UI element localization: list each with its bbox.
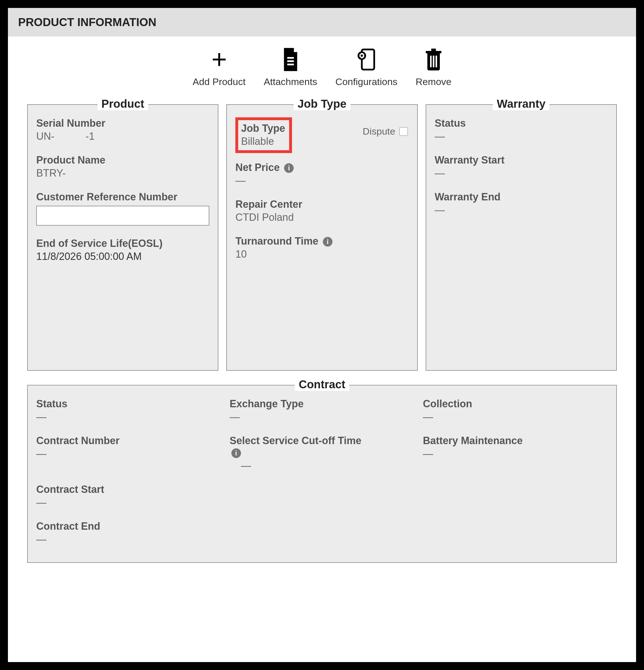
add-product-button[interactable]: Add Product	[193, 47, 246, 87]
warranty-end-label: Warranty End	[435, 191, 608, 203]
warranty-panel: Warranty Status — Warranty Start — Warra…	[426, 104, 617, 371]
collection-value: —	[423, 411, 608, 423]
svg-rect-7	[431, 49, 436, 51]
product-name-value: BTRY-	[36, 167, 209, 179]
turnaround-label: Turnaround Time i	[235, 235, 408, 247]
configurations-label: Configurations	[335, 76, 397, 87]
svg-rect-10	[436, 56, 437, 67]
contract-end-label: Contract End	[36, 520, 221, 532]
battery-maintenance-value: —	[423, 448, 608, 460]
net-price-value: —	[235, 175, 408, 187]
contract-panel: Contract Status — Exchange Type — Collec…	[27, 385, 617, 563]
contract-number-value: —	[36, 448, 221, 460]
section-header: PRODUCT INFORMATION	[8, 8, 636, 37]
repair-center-label: Repair Center	[235, 198, 408, 210]
contract-status-label: Status	[36, 398, 221, 410]
plus-icon	[208, 47, 230, 72]
exchange-type-label: Exchange Type	[230, 398, 415, 410]
remove-button[interactable]: Remove	[415, 47, 451, 87]
svg-rect-8	[430, 56, 431, 67]
svg-rect-2	[287, 64, 294, 66]
warranty-start-value: —	[435, 167, 608, 179]
attachments-button[interactable]: Attachments	[264, 47, 317, 87]
svg-rect-6	[426, 51, 441, 53]
remove-label: Remove	[415, 76, 451, 87]
warranty-end-value: —	[435, 204, 608, 216]
contract-end-value: —	[36, 533, 221, 545]
dispute-label: Dispute	[362, 126, 395, 137]
contract-number-label: Contract Number	[36, 435, 221, 447]
info-icon[interactable]: i	[231, 448, 241, 458]
job-type-highlight: Job Type Billable	[235, 117, 292, 153]
trash-icon	[424, 47, 443, 72]
exchange-type-value: —	[230, 411, 415, 423]
warranty-status-label: Status	[435, 117, 608, 129]
svg-rect-1	[287, 61, 294, 62]
customer-ref-label: Customer Reference Number	[36, 191, 209, 203]
dispute-checkbox[interactable]	[399, 127, 408, 136]
customer-ref-input[interactable]	[36, 206, 209, 226]
info-icon[interactable]: i	[323, 237, 332, 246]
product-panel: Product Serial Number UN- -1 Product Nam…	[27, 104, 218, 371]
cutoff-value: —	[241, 460, 415, 472]
battery-maintenance-label: Battery Maintenance	[423, 435, 608, 447]
job-type-panel: Job Type Job Type Billable Dispute	[226, 104, 417, 371]
contract-start-value: —	[36, 497, 221, 508]
add-product-label: Add Product	[193, 76, 246, 87]
job-type-legend: Job Type	[294, 97, 351, 110]
product-legend: Product	[97, 97, 148, 110]
contract-status-value: —	[36, 411, 221, 423]
svg-rect-0	[287, 57, 294, 59]
product-name-label: Product Name	[36, 154, 209, 166]
svg-point-5	[360, 54, 363, 57]
repair-center-value: CTDI Poland	[235, 212, 408, 223]
configurations-button[interactable]: Configurations	[335, 47, 397, 87]
net-price-label: Net Price i	[235, 162, 408, 173]
svg-rect-9	[433, 56, 435, 67]
warranty-start-label: Warranty Start	[435, 154, 608, 166]
job-type-value: Billable	[241, 135, 285, 147]
warranty-legend: Warranty	[493, 97, 549, 110]
toolbar: Add Product Attachments Configurations	[16, 47, 628, 87]
warranty-status-value: —	[435, 130, 608, 142]
job-type-label: Job Type	[241, 122, 285, 134]
eosl-value: 11/8/2026 05:00:00 AM	[36, 251, 209, 263]
attachments-label: Attachments	[264, 76, 317, 87]
eosl-label: End of Service Life(EOSL)	[36, 238, 209, 250]
turnaround-value: 10	[235, 248, 408, 260]
contract-legend: Contract	[295, 378, 349, 391]
serial-number-value: UN- -1	[36, 130, 209, 142]
phone-gear-icon	[357, 47, 376, 72]
info-icon[interactable]: i	[284, 163, 294, 173]
serial-number-label: Serial Number	[36, 117, 209, 129]
contract-start-label: Contract Start	[36, 483, 221, 495]
cutoff-label: Select Service Cut-off Time i	[230, 435, 415, 458]
document-icon	[280, 47, 301, 72]
collection-label: Collection	[423, 398, 608, 410]
